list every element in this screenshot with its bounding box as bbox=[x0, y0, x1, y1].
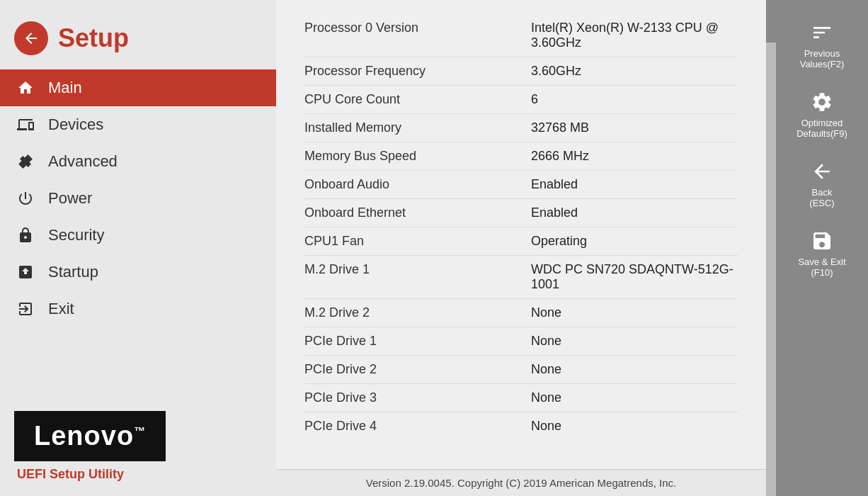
home-icon bbox=[14, 77, 37, 99]
row-value: None bbox=[531, 305, 738, 320]
uefi-subtitle: UEFI Setup Utility bbox=[14, 467, 262, 482]
row-value: Enabled bbox=[531, 177, 738, 192]
table-row: Installed Memory32768 MB bbox=[304, 114, 738, 142]
row-label: Onboard Ethernet bbox=[304, 205, 531, 220]
optimized-defaults-label: Optimized Defaults(F9) bbox=[796, 118, 847, 139]
sidebar-label-security: Security bbox=[48, 226, 104, 244]
sidebar-label-power: Power bbox=[48, 189, 92, 208]
table-row: M.2 Drive 2None bbox=[304, 299, 738, 327]
sidebar-label-devices: Devices bbox=[48, 115, 103, 134]
row-label: M.2 Drive 2 bbox=[304, 305, 531, 320]
row-value: WDC PC SN720 SDAQNTW-512G-1001 bbox=[531, 262, 738, 292]
row-value: 6 bbox=[531, 92, 738, 107]
row-value: Operating bbox=[531, 234, 738, 249]
table-row: Onboard AudioEnabled bbox=[304, 171, 738, 199]
sidebar-item-power[interactable]: Power bbox=[0, 180, 276, 217]
setup-header: Setup bbox=[0, 14, 276, 69]
row-label: Installed Memory bbox=[304, 120, 531, 135]
sidebar-item-devices[interactable]: Devices bbox=[0, 106, 276, 143]
row-value: Intel(R) Xeon(R) W-2133 CPU @ 3.60GHz bbox=[531, 21, 738, 50]
version-bar: Version 2.19.0045. Copyright (C) 2019 Am… bbox=[276, 469, 766, 496]
right-panel: Previous Values(F2) Optimized Defaults(F… bbox=[776, 0, 868, 496]
table-row: Processor Frequency3.60GHz bbox=[304, 57, 738, 86]
row-value: None bbox=[531, 419, 738, 434]
table-row: PCIe Drive 4None bbox=[304, 412, 738, 440]
save-exit-label: Save & Exit (F10) bbox=[798, 257, 845, 278]
previous-values-label: Previous Values(F2) bbox=[800, 48, 845, 69]
lenovo-logo: Lenovo™ bbox=[14, 411, 166, 461]
row-label: PCIe Drive 4 bbox=[304, 419, 531, 434]
table-row: Processor 0 VersionIntel(R) Xeon(R) W-21… bbox=[304, 14, 738, 57]
back-label: Back (ESC) bbox=[809, 187, 834, 208]
scroll-thumb[interactable] bbox=[766, 0, 776, 43]
sidebar-item-main[interactable]: Main bbox=[0, 69, 276, 106]
setup-title: Setup bbox=[58, 23, 129, 53]
row-value: None bbox=[531, 334, 738, 349]
table-row: CPU Core Count6 bbox=[304, 86, 738, 114]
row-value: None bbox=[531, 362, 738, 377]
gear-icon bbox=[811, 91, 833, 113]
devices-icon bbox=[14, 113, 37, 136]
table-row: Onboard EthernetEnabled bbox=[304, 199, 738, 227]
floppy-disk-icon bbox=[811, 230, 833, 252]
power-icon bbox=[14, 187, 37, 210]
scroll-bar[interactable] bbox=[766, 0, 776, 496]
main-container: Setup Main Devices Advanced bbox=[0, 0, 868, 496]
row-value: None bbox=[531, 390, 738, 405]
exit-icon bbox=[14, 298, 37, 320]
row-value: 32768 MB bbox=[531, 120, 738, 135]
info-table: Processor 0 VersionIntel(R) Xeon(R) W-21… bbox=[276, 0, 766, 469]
row-value: 2666 MHz bbox=[531, 149, 738, 164]
table-row: PCIe Drive 3None bbox=[304, 384, 738, 412]
version-text: Version 2.19.0045. Copyright (C) 2019 Am… bbox=[366, 477, 677, 489]
sidebar-item-security[interactable]: Security bbox=[0, 217, 276, 254]
row-label: Memory Bus Speed bbox=[304, 149, 531, 164]
lock-icon bbox=[14, 224, 37, 247]
row-label: CPU1 Fan bbox=[304, 234, 531, 249]
content-area: Processor 0 VersionIntel(R) Xeon(R) W-21… bbox=[276, 0, 766, 496]
sidebar-item-advanced[interactable]: Advanced bbox=[0, 143, 276, 180]
back-button[interactable]: Back (ESC) bbox=[776, 153, 868, 215]
table-row: PCIe Drive 1None bbox=[304, 327, 738, 356]
optimized-defaults-button[interactable]: Optimized Defaults(F9) bbox=[776, 84, 868, 146]
back-circle-icon[interactable] bbox=[14, 21, 48, 55]
row-label: Processor Frequency bbox=[304, 64, 531, 79]
row-label: PCIe Drive 2 bbox=[304, 362, 531, 377]
row-label: CPU Core Count bbox=[304, 92, 531, 107]
save-exit-button[interactable]: Save & Exit (F10) bbox=[776, 222, 868, 285]
row-label: M.2 Drive 1 bbox=[304, 262, 531, 292]
sidebar-label-main: Main bbox=[48, 79, 82, 97]
sidebar-label-advanced: Advanced bbox=[48, 152, 118, 171]
table-row: M.2 Drive 1WDC PC SN720 SDAQNTW-512G-100… bbox=[304, 256, 738, 299]
previous-values-button[interactable]: Previous Values(F2) bbox=[776, 14, 868, 77]
row-value: Enabled bbox=[531, 205, 738, 220]
row-label: Onboard Audio bbox=[304, 177, 531, 192]
back-arrow-icon bbox=[811, 160, 833, 183]
row-value: 3.60GHz bbox=[531, 64, 738, 79]
startup-icon bbox=[14, 261, 37, 283]
sliders-icon bbox=[811, 21, 833, 44]
sidebar-item-exit[interactable]: Exit bbox=[0, 291, 276, 327]
row-label: PCIe Drive 3 bbox=[304, 390, 531, 405]
row-label: PCIe Drive 1 bbox=[304, 334, 531, 349]
nav-list: Main Devices Advanced Power bbox=[0, 69, 276, 397]
table-row: CPU1 FanOperating bbox=[304, 227, 738, 256]
sidebar-label-startup: Startup bbox=[48, 263, 98, 281]
lenovo-logo-area: Lenovo™ UEFI Setup Utility bbox=[0, 397, 276, 496]
sidebar: Setup Main Devices Advanced bbox=[0, 0, 276, 496]
sidebar-label-exit: Exit bbox=[48, 300, 74, 318]
wrench-icon bbox=[14, 150, 37, 173]
row-label: Processor 0 Version bbox=[304, 21, 531, 50]
sidebar-item-startup[interactable]: Startup bbox=[0, 254, 276, 291]
table-row: PCIe Drive 2None bbox=[304, 356, 738, 384]
table-row: Memory Bus Speed2666 MHz bbox=[304, 142, 738, 171]
